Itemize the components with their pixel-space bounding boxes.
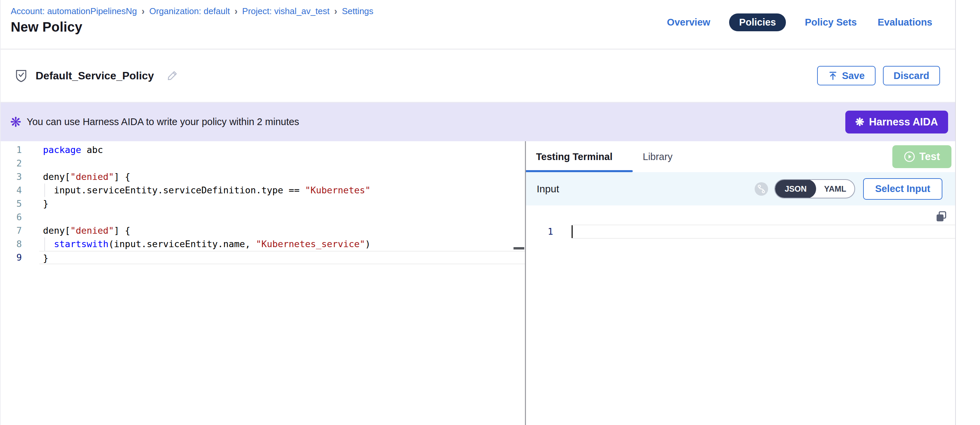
nav-tab-policies[interactable]: Policies	[729, 13, 786, 31]
test-button-label: Test	[919, 151, 940, 163]
code-token-string: "Kubernetes_service"	[256, 239, 365, 249]
page-header: Account: automationPipelinesNg›Organizat…	[1, 0, 955, 50]
code-line-9[interactable]: 9}	[1, 251, 525, 264]
nav-tab-policy-sets[interactable]: Policy Sets	[803, 13, 859, 31]
code-line-5[interactable]: 5}	[1, 197, 525, 211]
policy-toolbar: Default_Service_Policy Save	[1, 50, 955, 102]
code-line-4[interactable]: 4 input.serviceEntity.serviceDefinition.…	[1, 184, 525, 197]
line-number: 5	[1, 197, 39, 211]
code-token-plain: (input.serviceEntity.name,	[108, 239, 256, 249]
edit-policy-name-icon[interactable]	[166, 69, 179, 82]
breadcrumb-item[interactable]: Account: automationPipelinesNg	[11, 6, 137, 16]
line-number: 6	[1, 211, 39, 224]
code-token-plain: ] {	[114, 171, 130, 182]
test-button[interactable]: Test	[892, 145, 951, 168]
copy-icon[interactable]	[935, 210, 948, 223]
harness-aida-button[interactable]: ❋ Harness AIDA	[845, 110, 948, 134]
code-token-plain: abc	[81, 145, 103, 155]
shield-check-icon	[15, 69, 27, 82]
code-line-3[interactable]: 3deny["denied"] {	[1, 170, 525, 184]
line-number: 4	[1, 184, 39, 197]
code-token-plain: ] {	[114, 225, 130, 236]
overview-ruler-mark	[514, 247, 524, 249]
line-content: }	[39, 197, 525, 211]
line-number: 3	[1, 170, 39, 184]
code-token-string: "denied"	[70, 171, 114, 182]
indent-guide	[45, 184, 45, 197]
main-content: Account: automationPipelinesNg›Organizat…	[0, 0, 956, 425]
tab-testing-terminal[interactable]: Testing Terminal	[536, 151, 612, 162]
line-content: deny["denied"] {	[39, 170, 525, 184]
nav-tab-overview[interactable]: Overview	[665, 13, 712, 31]
code-line-2[interactable]: 2	[1, 157, 525, 170]
line-content	[39, 211, 525, 224]
upload-icon	[828, 70, 838, 81]
code-token-plain: input.serviceEntity.serviceDefinition.ty…	[43, 185, 305, 195]
discard-button-label: Discard	[894, 70, 929, 81]
indent-guide	[45, 237, 45, 251]
format-option-yaml[interactable]: YAML	[816, 179, 854, 198]
input-section-header: Input JSONYAML Select Input	[526, 172, 955, 205]
play-circle-icon	[904, 151, 915, 162]
input-editor[interactable]: 1	[526, 205, 955, 425]
main-split: 1package abc23deny["denied"] {4 input.se…	[1, 141, 955, 425]
code-token-plain: }	[43, 253, 48, 263]
breadcrumb-separator: ›	[334, 5, 337, 18]
code-token-plain: )	[365, 239, 371, 249]
input-editor-content[interactable]	[572, 225, 955, 239]
code-token-plain: }	[43, 198, 48, 209]
testing-terminal-panel: Testing Terminal Library Test	[526, 141, 955, 425]
line-content: startswith(input.serviceEntity.name, "Ku…	[39, 237, 525, 251]
format-toggle: JSONYAML	[775, 179, 855, 198]
line-content	[39, 157, 525, 170]
code-line-7[interactable]: 7deny["denied"] {	[1, 224, 525, 237]
code-token-keyword: startswith	[54, 239, 109, 249]
code-token-string: "Kubernetes"	[305, 185, 371, 195]
code-token-string: "denied"	[70, 225, 114, 236]
nav-tab-evaluations[interactable]: Evaluations	[875, 13, 934, 31]
line-content: deny["denied"] {	[39, 224, 525, 237]
aida-banner: ❋ You can use Harness AIDA to write your…	[1, 102, 955, 141]
line-number: 9	[1, 251, 39, 264]
breadcrumb-separator: ›	[234, 5, 237, 18]
breadcrumb-item[interactable]: Organization: default	[149, 6, 230, 16]
aida-flower-icon: ❋	[10, 115, 21, 129]
breadcrumb: Account: automationPipelinesNg›Organizat…	[11, 6, 374, 16]
page-title: New Policy	[11, 19, 82, 35]
line-number: 2	[1, 157, 39, 170]
text-cursor	[572, 225, 573, 238]
breadcrumb-item[interactable]: Project: vishal_av_test	[242, 6, 329, 16]
active-tab-underline	[526, 170, 633, 172]
input-editor-line-number: 1	[526, 225, 572, 239]
line-number: 7	[1, 224, 39, 237]
line-content: }	[39, 251, 525, 264]
policy-editor-page: Account: automationPipelinesNg›Organizat…	[0, 0, 980, 425]
aida-banner-message: You can use Harness AIDA to write your p…	[27, 116, 299, 128]
code-line-6[interactable]: 6	[1, 211, 525, 224]
code-token-keyword: package	[43, 145, 81, 155]
policy-code-editor[interactable]: 1package abc23deny["denied"] {4 input.se…	[1, 141, 525, 425]
code-line-1[interactable]: 1package abc	[1, 143, 525, 157]
line-number: 1	[1, 143, 39, 157]
line-content: input.serviceEntity.serviceDefinition.ty…	[39, 184, 525, 197]
aida-button-label: Harness AIDA	[869, 116, 938, 128]
terminal-tabs-row: Testing Terminal Library Test	[526, 141, 955, 172]
code-line-8[interactable]: 8 startswith(input.serviceEntity.name, "…	[1, 237, 525, 251]
breadcrumb-separator: ›	[142, 5, 145, 18]
code-token-plain: deny[	[43, 225, 70, 236]
line-number: 8	[1, 237, 39, 251]
module-nav-tabs: OverviewPoliciesPolicy SetsEvaluations	[665, 13, 934, 31]
format-option-json[interactable]: JSON	[775, 179, 816, 198]
breadcrumb-item[interactable]: Settings	[342, 6, 374, 16]
code-token-plain: deny[	[43, 171, 70, 182]
discard-button[interactable]: Discard	[883, 66, 940, 85]
save-button-label: Save	[842, 70, 865, 81]
aida-button-flower-icon: ❋	[855, 116, 864, 128]
policy-name: Default_Service_Policy	[36, 70, 154, 82]
select-input-button[interactable]: Select Input	[863, 178, 942, 200]
save-button[interactable]: Save	[817, 66, 875, 85]
line-content: package abc	[39, 143, 525, 157]
branch-icon	[754, 182, 768, 196]
tab-library[interactable]: Library	[643, 151, 673, 162]
input-editor-line: 1	[526, 225, 955, 239]
